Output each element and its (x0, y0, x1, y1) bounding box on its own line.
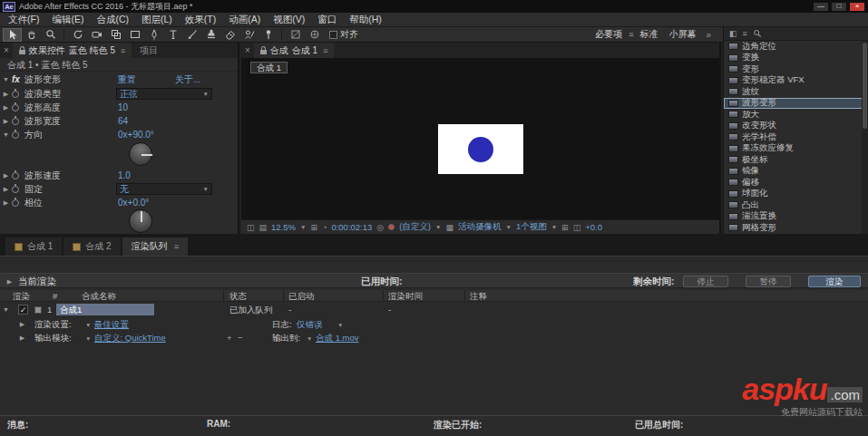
list-item[interactable]: 波纹 (724, 86, 868, 98)
workspace-standard[interactable]: 标准 (635, 27, 662, 42)
tab-project[interactable]: 项目 (132, 44, 166, 57)
stopwatch-icon[interactable] (12, 172, 19, 179)
log-dropdown[interactable]: 仅错误 (297, 319, 323, 331)
search-icon[interactable] (753, 29, 762, 38)
panel-menu-icon[interactable]: ≡ (121, 46, 125, 55)
list-item[interactable]: 网格变形 (724, 222, 868, 234)
pause-button[interactable]: 暂停 (746, 276, 791, 287)
tab-composition[interactable]: 合成 合成 1 ≡ (254, 43, 335, 58)
grid-guides-icon[interactable]: ⊞ (310, 223, 317, 232)
lock-icon[interactable] (260, 50, 267, 54)
hand-tool[interactable] (22, 28, 41, 42)
twirl-closed-icon[interactable]: ▶ (0, 186, 12, 193)
snapshot-icon[interactable]: ◫ (247, 223, 255, 232)
list-item[interactable]: 边角定位 (724, 41, 868, 53)
current-time-display[interactable]: 0:00:02:13 (331, 222, 372, 232)
menu-composition[interactable]: 合成(C) (90, 14, 135, 26)
list-item[interactable]: 变形 (724, 63, 868, 75)
puppet-pin-tool[interactable] (258, 28, 278, 42)
close-button[interactable]: × (849, 2, 865, 12)
phase-dial[interactable] (129, 209, 152, 233)
column-comment[interactable]: 注释 (470, 291, 487, 303)
twirl-open-icon[interactable]: ▼ (0, 306, 12, 313)
menu-layer[interactable]: 图层(L) (135, 14, 179, 26)
list-item[interactable]: 镜像 (724, 166, 868, 178)
effect-name[interactable]: 波形变形 (24, 73, 61, 86)
stopwatch-icon[interactable] (12, 104, 19, 111)
column-status[interactable]: 状态 (229, 291, 247, 303)
twirl-closed-icon[interactable]: ▶ (0, 118, 12, 125)
twirl-closed-icon[interactable]: ▶ (16, 334, 28, 342)
twirl-closed-icon[interactable]: ▶ (16, 321, 28, 328)
panel-close-icon[interactable]: × (241, 45, 254, 55)
column-comp-name[interactable]: 合成名称 (82, 291, 116, 303)
mask-visibility-icon[interactable]: ◔ (322, 223, 327, 232)
roto-brush-tool[interactable] (239, 28, 258, 42)
comp-name-cell[interactable]: 合成1 (56, 304, 154, 315)
camera-icon[interactable]: ◎ (376, 223, 384, 232)
column-divider[interactable] (464, 290, 465, 302)
menu-animation[interactable]: 动画(A) (222, 14, 267, 26)
menu-edit[interactable]: 编辑(E) (45, 14, 90, 26)
list-item[interactable]: 放大 (724, 109, 868, 121)
about-link[interactable]: 关于... (175, 73, 200, 86)
twirl-closed-icon[interactable]: ▶ (0, 91, 12, 98)
twirl-closed-icon[interactable]: ▶ (0, 172, 12, 179)
column-divider[interactable] (223, 290, 224, 302)
list-item[interactable]: 变形稳定器 VFX (724, 75, 868, 87)
workspace-overflow-icon[interactable]: » (702, 30, 715, 40)
pen-tool[interactable] (144, 28, 163, 42)
output-module-template-link[interactable]: 自定义: QuickTime (94, 333, 166, 344)
fast-preview-icon[interactable]: ◫ (573, 223, 581, 232)
direction-dial[interactable] (129, 142, 152, 166)
reset-link[interactable]: 重置 (118, 73, 136, 86)
phase-value[interactable]: 0x+0.0° (118, 198, 149, 208)
axis-mode-local-icon[interactable] (286, 28, 305, 42)
scrollbar[interactable] (862, 41, 868, 234)
list-item[interactable]: 湍流置换 (724, 211, 868, 223)
panel-menu-icon[interactable]: ≡ (174, 242, 179, 251)
blue-circle-layer[interactable] (468, 137, 493, 162)
lock-icon[interactable] (19, 50, 25, 54)
list-item-selected[interactable]: 波形变形 (724, 98, 868, 110)
output-filename-link[interactable]: 合成 1.mov (316, 333, 359, 344)
stopwatch-icon[interactable] (12, 131, 19, 139)
tab-comp-2[interactable]: 合成 2 (63, 237, 120, 256)
tab-render-queue[interactable]: 渲染队列 ≡ (122, 237, 188, 256)
menu-file[interactable]: 文件(F) (2, 14, 45, 26)
list-item[interactable]: 偏移 (724, 177, 868, 189)
scrollbar-thumb[interactable] (863, 43, 867, 129)
workspace-small-screen[interactable]: 小屏幕 (664, 27, 700, 42)
workspace-menu-icon[interactable]: ≡ (629, 30, 633, 39)
type-tool[interactable] (163, 28, 182, 42)
eraser-tool[interactable] (220, 28, 239, 42)
zoom-tool[interactable] (41, 28, 60, 42)
twirl-open-icon[interactable]: ▼ (0, 76, 12, 82)
channel-icon[interactable] (388, 224, 395, 230)
composition-viewport[interactable]: 合成 1 (241, 58, 719, 219)
list-item[interactable]: 果冻效应修复 (724, 143, 868, 155)
menu-help[interactable]: 帮助(H) (343, 14, 388, 26)
remove-output-module-button[interactable]: − (238, 333, 243, 343)
dropdown-arrow-icon[interactable]: ▼ (85, 335, 91, 342)
list-item[interactable]: 球面化 (724, 189, 868, 200)
viewer-comp-tab[interactable]: 合成 1 (250, 62, 288, 73)
axis-mode-world-icon[interactable] (305, 28, 324, 42)
view-layout-select[interactable]: 1个视图 (516, 221, 547, 233)
panel-menu-icon[interactable]: ≡ (323, 46, 327, 55)
list-item[interactable]: 改变形状 (724, 121, 868, 132)
panel-menu-icon[interactable]: ≡ (743, 29, 747, 38)
render-button[interactable]: 渲染 (808, 276, 861, 287)
panel-box-icon[interactable]: ◧ (729, 29, 737, 38)
dropdown-arrow-icon[interactable]: ▼ (85, 322, 91, 328)
clone-stamp-tool[interactable] (201, 28, 220, 42)
column-number[interactable]: # (53, 291, 57, 301)
column-render[interactable]: 渲染 (13, 291, 30, 303)
dropdown-arrow-icon[interactable]: ▼ (307, 335, 312, 342)
add-output-module-button[interactable]: + (227, 333, 232, 343)
list-item[interactable]: 凸出 (724, 199, 868, 211)
stopwatch-icon[interactable] (12, 91, 19, 98)
render-queue-row[interactable]: ▼ ✓ 1 合成1 已加入队列 - - (0, 304, 868, 316)
label-color-chip[interactable] (34, 306, 42, 314)
brush-tool[interactable] (182, 28, 201, 42)
